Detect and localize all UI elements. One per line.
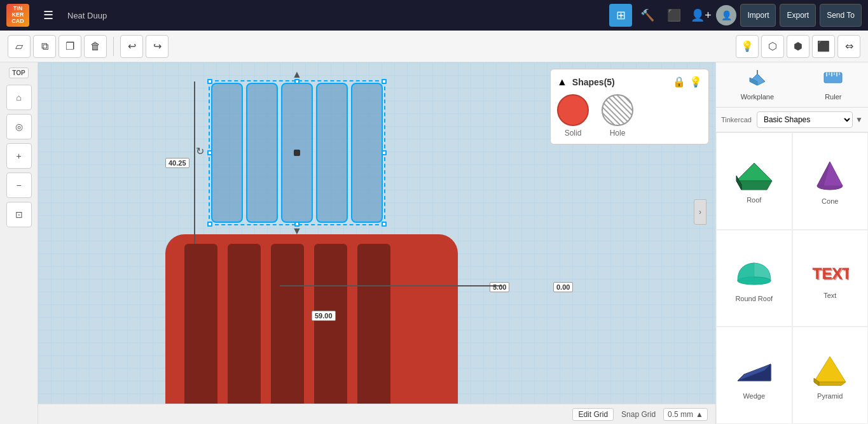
roof-label: Roof <box>747 196 761 204</box>
left-sidebar: TOP ⌂ ◎ + − ⊡ <box>0 62 38 424</box>
duplicate-button[interactable]: ❐ <box>59 35 81 58</box>
tinkercad-label: Tinkercad <box>721 116 752 124</box>
view-label: TOP <box>9 67 28 78</box>
topbar-right: ⊞ 🔨 ⬛ 👤+ 👤 Import Export Send To <box>609 4 862 27</box>
shapes-panel-icons: 🔒 💡 <box>673 76 702 88</box>
shape-card-roof[interactable]: Roof <box>716 132 792 230</box>
tinkercad-logo-icon: TINKERCAD <box>6 4 29 27</box>
dimension-width-label: 59.00 <box>312 311 336 321</box>
stripe-5 <box>357 244 390 422</box>
avatar[interactable]: 👤 <box>716 5 736 25</box>
handle-right-mid[interactable] <box>382 150 387 155</box>
hamburger-menu-button[interactable]: ☰ <box>37 4 60 27</box>
handle-top-mid[interactable] <box>294 79 300 84</box>
workplane-label: Workplane <box>741 93 774 101</box>
edit-grid-button[interactable]: Edit Grid <box>572 408 614 421</box>
workplane-tool[interactable]: Workplane <box>736 66 779 103</box>
main-content: TOP ⌂ ◎ + − ⊡ ▲ ↻ ▼ <box>0 62 868 424</box>
bar-3[interactable] <box>281 83 313 223</box>
right-panel: Workplane Ruler Ti <box>715 62 868 424</box>
light-button[interactable]: 💡 <box>736 35 759 58</box>
hole-option[interactable]: Hole <box>602 94 633 138</box>
shapes-panel-title: Shapes(5) <box>572 77 668 87</box>
home-view-button[interactable]: ⌂ <box>6 85 32 110</box>
undo-button[interactable]: ↩ <box>120 35 143 58</box>
shape-card-text[interactable]: TEXT TEXT Text <box>792 230 869 327</box>
height-line <box>194 81 195 244</box>
category-bar: Tinkercad Basic Shapes ▼ <box>716 108 868 132</box>
copy-button[interactable]: ⧉ <box>33 35 56 58</box>
down-arrow-handle[interactable]: ▼ <box>292 225 302 237</box>
shape-card-cone[interactable]: Cone <box>792 132 869 230</box>
visibility-icon[interactable]: 💡 <box>689 76 702 88</box>
shape-card-round-roof[interactable]: Round Roof <box>716 230 792 327</box>
build-button[interactable]: 🔨 <box>636 4 659 27</box>
snap-grid-label: Snap Grid <box>621 410 656 419</box>
shapes-grid: Roof Cone <box>716 132 868 424</box>
hole-label: Hole <box>610 129 626 138</box>
selected-group[interactable]: ▲ ↻ ▼ <box>209 80 385 225</box>
snap-value-selector[interactable]: 0.5 mm ▲ <box>663 408 708 421</box>
stripe-4 <box>314 244 347 422</box>
ruler-icon <box>823 69 843 90</box>
bar-group <box>211 83 383 223</box>
delete-button[interactable]: 🗑 <box>84 35 107 58</box>
center-handle[interactable] <box>294 150 300 156</box>
shapes-collapse-button[interactable]: ▲ <box>557 76 567 88</box>
shapes-panel-header: ▲ Shapes(5) 🔒 💡 <box>557 76 702 88</box>
shape-button[interactable]: ⬡ <box>761 35 784 58</box>
text-shape-icon: TEXT TEXT <box>811 260 849 288</box>
solid-circle <box>557 94 589 126</box>
solid-option[interactable]: Solid <box>557 94 589 138</box>
mirror-button[interactable]: ⇔ <box>837 35 860 58</box>
coord-x-label: 5.00 <box>490 282 509 292</box>
import-button[interactable]: Import <box>740 4 776 27</box>
new-shape-button[interactable]: ▱ <box>8 35 31 58</box>
handle-top-right[interactable] <box>382 79 387 84</box>
fit-button[interactable]: ⊡ <box>6 202 32 227</box>
panel-collapse-button[interactable]: › <box>694 199 706 225</box>
project-title: Neat Duup <box>67 11 107 20</box>
stripe-1 <box>184 244 217 422</box>
red-stripes <box>184 234 390 424</box>
svg-marker-10 <box>736 163 772 181</box>
grid-view-button[interactable]: ⊞ <box>609 4 632 27</box>
shape2-button[interactable]: ⬢ <box>787 35 809 58</box>
dimension-height-label: 40.25 <box>165 158 189 168</box>
cone-label: Cone <box>822 197 838 205</box>
canvas-area[interactable]: ▲ ↻ ▼ <box>38 62 715 424</box>
send-to-button[interactable]: Send To <box>820 4 862 27</box>
pyramid-label: Pyramid <box>817 392 843 400</box>
bar-2[interactable] <box>246 83 278 223</box>
handle-bottom-right[interactable] <box>382 222 387 227</box>
shape-card-pyramid[interactable]: Pyramid <box>792 327 869 424</box>
ruler-tool[interactable]: Ruler <box>818 66 848 103</box>
zoom-out-button[interactable]: − <box>6 173 32 198</box>
right-panel-top-tools: Workplane Ruler <box>716 62 868 108</box>
hole-circle <box>602 94 633 126</box>
align-button[interactable]: ⬛ <box>812 35 835 58</box>
export-button[interactable]: Export <box>780 4 816 27</box>
category-select[interactable]: Basic Shapes <box>757 111 853 128</box>
red-base-shape[interactable] <box>165 234 458 424</box>
zoom-in-button[interactable]: + <box>6 143 32 169</box>
bar-5[interactable] <box>351 83 383 223</box>
lock-icon[interactable]: 🔒 <box>673 76 685 88</box>
sim-button[interactable]: ⬛ <box>663 4 685 27</box>
wedge-label: Wedge <box>743 392 765 400</box>
category-dropdown-icon: ▼ <box>855 115 863 124</box>
round-roof-label: Round Roof <box>735 295 773 302</box>
redo-button[interactable]: ↪ <box>146 35 169 58</box>
handle-bottom-left[interactable] <box>207 222 212 227</box>
handle-left-mid[interactable] <box>207 150 212 155</box>
rotate-handle[interactable]: ↻ <box>196 145 204 157</box>
handle-top-left[interactable] <box>207 79 212 84</box>
orbit-button[interactable]: ◎ <box>6 114 32 139</box>
bar-1[interactable] <box>211 83 243 223</box>
bar-4[interactable] <box>316 83 348 223</box>
logo: TINKERCAD <box>6 4 29 27</box>
shape-card-wedge[interactable]: Wedge <box>716 327 792 424</box>
text-label: Text <box>823 292 836 299</box>
add-user-button[interactable]: 👤+ <box>689 4 712 27</box>
handle-bottom-mid[interactable] <box>294 222 300 227</box>
